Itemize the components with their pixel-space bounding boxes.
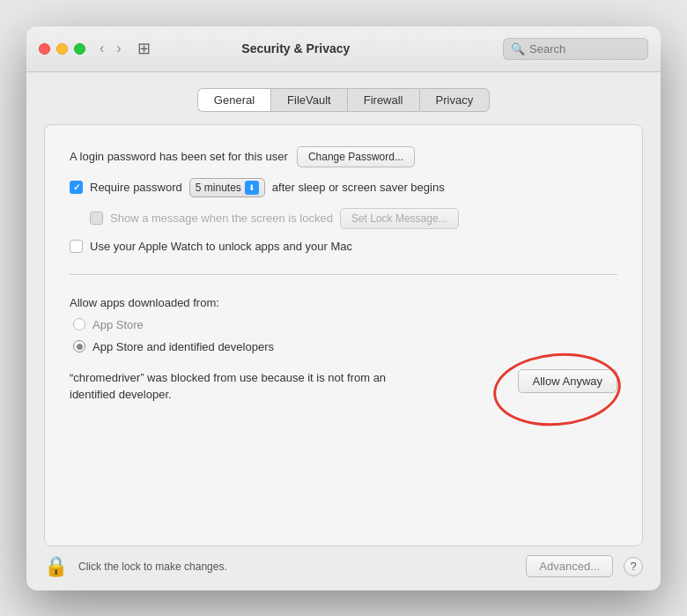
window-title: Security & Privacy [89, 41, 503, 56]
blocked-row: “chromedriver” was blocked from use beca… [70, 369, 617, 404]
traffic-lights [39, 43, 85, 55]
titlebar: ‹ › ⊞ Security & Privacy 🔍 [26, 26, 661, 72]
tab-filevault[interactable]: FileVault [270, 88, 347, 112]
blocked-text: “chromedriver” was blocked from use beca… [70, 369, 395, 404]
download-section: Allow apps downloaded from: App Store Ap… [70, 296, 617, 404]
app-store-identified-label: App Store and identified developers [92, 340, 274, 353]
content-area: General FileVault Firewall Privacy A log… [26, 72, 661, 590]
help-button[interactable]: ? [624, 557, 643, 576]
allow-apps-title: Allow apps downloaded from: [70, 296, 617, 309]
settings-panel: A login password has been set for this u… [44, 124, 643, 546]
search-box[interactable]: 🔍 [503, 38, 648, 60]
close-button[interactable] [39, 43, 50, 55]
password-info-row: A login password has been set for this u… [70, 146, 617, 167]
dropdown-arrow-icon: ⬇ [245, 181, 259, 195]
password-interval-value: 5 minutes [196, 182, 241, 194]
require-password-label: Require password [90, 181, 182, 194]
set-lock-message-button: Set Lock Message... [340, 208, 459, 229]
bottom-bar: 🔒 Click the lock to make changes. Advanc… [26, 546, 661, 590]
change-password-button[interactable]: Change Password... [297, 146, 415, 167]
require-password-checkbox[interactable] [70, 181, 83, 194]
allow-anyway-button[interactable]: Allow Anyway [518, 369, 617, 393]
password-label: A login password has been set for this u… [70, 150, 288, 163]
tabs-row: General FileVault Firewall Privacy [26, 72, 661, 124]
search-icon: 🔍 [511, 42, 525, 56]
show-message-label: Show a message when the screen is locked [110, 212, 333, 225]
apple-watch-row: Use your Apple Watch to unlock apps and … [70, 240, 617, 253]
app-store-radio-row: App Store [73, 318, 617, 331]
apple-watch-label: Use your Apple Watch to unlock apps and … [90, 240, 352, 253]
lock-label: Click the lock to make changes. [78, 560, 515, 573]
tab-firewall[interactable]: Firewall [347, 88, 419, 112]
minimize-button[interactable] [56, 43, 68, 55]
app-store-radio[interactable] [73, 318, 85, 330]
section-divider [70, 274, 617, 275]
show-message-checkbox [90, 212, 103, 225]
lock-icon[interactable]: 🔒 [44, 555, 68, 578]
app-store-identified-radio[interactable] [73, 340, 85, 353]
require-password-row: Require password 5 minutes ⬇ after sleep… [70, 178, 617, 197]
password-interval-dropdown[interactable]: 5 minutes ⬇ [189, 178, 265, 197]
require-password-suffix: after sleep or screen saver begins [272, 181, 445, 194]
search-input[interactable] [529, 42, 640, 56]
tab-privacy[interactable]: Privacy [419, 88, 491, 112]
app-store-identified-radio-row: App Store and identified developers [73, 340, 617, 353]
password-section: A login password has been set for this u… [70, 146, 617, 253]
app-store-label: App Store [92, 318, 144, 331]
tab-general[interactable]: General [197, 88, 270, 112]
apple-watch-checkbox[interactable] [70, 240, 83, 253]
allow-anyway-wrapper: Allow Anyway [518, 369, 617, 393]
lock-message-row: Show a message when the screen is locked… [90, 208, 617, 229]
advanced-button[interactable]: Advanced... [526, 555, 613, 577]
fullscreen-button[interactable] [74, 43, 85, 55]
main-window: ‹ › ⊞ Security & Privacy 🔍 General FileV… [26, 26, 661, 590]
